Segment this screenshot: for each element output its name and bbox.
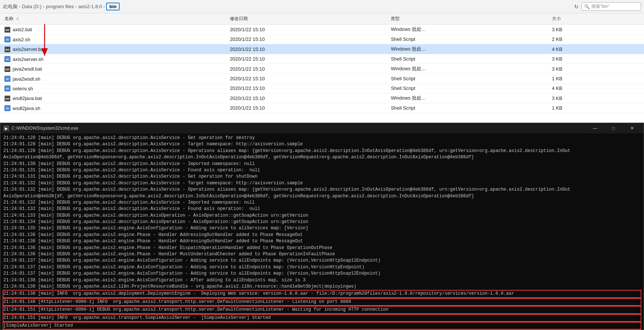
file-size: 1 KB (547, 103, 644, 113)
cmd-line: 21:24:01.137 [main] DEBUG org.apache.axi… (3, 264, 641, 271)
file-date: 2020/1/22 15:10 (225, 74, 387, 84)
file-name: sh setenv.sh (0, 84, 225, 93)
file-date: 2020/1/22 15:10 (225, 54, 387, 64)
cmd-titlebar: ▶ C:\WINDOWS\system32\cmd.exe — □ ✕ (0, 123, 644, 133)
sh-icon: sh (4, 105, 10, 111)
table-row[interactable]: sh wsdl2java.sh 2020/1/22 15:10 Shell Sc… (0, 103, 644, 113)
file-icon-name: sh java2wsdl.sh (4, 76, 40, 82)
file-name: bat wsdl2java.bat (0, 93, 225, 103)
cmd-highlighted-line: 21:24:01.148 [HttpListener-8080-1] INFO … (3, 298, 641, 306)
sort-icon: ∧ (16, 16, 19, 21)
bat-icon: bat (4, 46, 10, 52)
table-row[interactable]: bat axis2server.bat 2020/1/22 15:10 Wind… (0, 44, 644, 54)
file-size: 3 KB (547, 54, 644, 64)
file-date: 2020/1/22 15:10 (225, 84, 387, 93)
table-row[interactable]: bat axis2.bat 2020/1/22 15:10 Windows 批处… (0, 25, 644, 35)
breadcrumb-bin[interactable]: bin (106, 3, 120, 10)
cmd-window-icon: ▶ (3, 125, 9, 131)
table-row[interactable]: sh axis2server.sh 2020/1/22 15:10 Shell … (0, 54, 644, 64)
file-name: bat axis2server.bat (0, 44, 225, 54)
file-icon-name: sh axis2.sh (4, 36, 30, 42)
file-size: 3 KB (547, 25, 644, 35)
table-row[interactable]: sh setenv.sh 2020/1/22 15:10 Shell Scrip… (0, 84, 644, 93)
breadcrumb-sep3: › (75, 4, 77, 9)
file-date: 2020/1/22 15:10 (225, 93, 387, 103)
maximize-button[interactable]: □ (605, 123, 622, 133)
cmd-line: 21:24:01.136 [main] DEBUG org.apache.axi… (3, 232, 641, 238)
file-size: 1 KB (547, 74, 644, 84)
file-type: Shell Script (386, 54, 547, 64)
table-row[interactable]: sh axis2.sh 2020/1/22 15:10 Shell Script… (0, 35, 644, 44)
close-button[interactable]: ✕ (624, 123, 641, 133)
table-row[interactable]: bat java2wsdl.bat 2020/1/22 15:10 Window… (0, 64, 644, 74)
cmd-line: 21:24:01.128 [main] DEBUG org.apache.axi… (3, 141, 641, 148)
cmd-line: 21:24:01.131 [main] DEBUG org.apache.axi… (3, 167, 641, 174)
col-name[interactable]: 名称 ∧ (0, 13, 225, 25)
file-size: 3 KB (547, 64, 644, 74)
cmd-line: 21:24:01.132 [main] DEBUG org.apache.axi… (3, 180, 641, 187)
file-date: 2020/1/22 15:10 (225, 25, 387, 35)
file-name: sh java2wsdl.sh (0, 74, 225, 84)
cmd-line: 21:24:01.136 [main] DEBUG org.apache.axi… (3, 245, 641, 251)
table-header-row: 名称 ∧ 修改日期 类型 大小 (0, 13, 644, 25)
file-size: 2 KB (547, 35, 644, 44)
col-size[interactable]: 大小 (547, 13, 644, 25)
file-type: Shell Script (386, 74, 547, 84)
cmd-line: 21:24:01.137 [main] DEBUG org.apache.axi… (3, 258, 641, 264)
breadcrumb-sep1: › (19, 4, 20, 9)
bat-icon: bat (4, 96, 10, 101)
cmd-line: 21:24:01.132 [main] DEBUG org.apache.axi… (3, 200, 641, 206)
search-placeholder: 搜索"bin" (591, 3, 609, 10)
cmd-line: 21:24:01.138 [main] DEBUG org.apache.axi… (3, 277, 641, 284)
col-type[interactable]: 类型 (386, 13, 547, 25)
cmd-output: 21:24:01.128 [main] DEBUG org.apache.axi… (0, 133, 644, 330)
file-size: 4 KB (547, 44, 644, 54)
cmd-highlighted-line: 21:24:01.151 [main] INFO org.apache.axis… (3, 314, 641, 322)
cmd-line: 21:24:01.135 [main] DEBUG org.apache.axi… (3, 225, 641, 232)
sh-icon: sh (4, 76, 10, 82)
file-type: Shell Script (386, 35, 547, 44)
file-type: Windows 批处... (386, 44, 547, 54)
file-icon-name: sh wsdl2java.sh (4, 105, 40, 111)
breadcrumb-axis2: axis2-1.8.0 (78, 4, 102, 9)
file-explorer: 此电脑 › Data (D:) › program files › axis2-… (0, 0, 644, 126)
breadcrumb: 此电脑 › Data (D:) › program files › axis2-… (3, 3, 120, 10)
cmd-window-title: C:\WINDOWS\system32\cmd.exe (12, 126, 584, 131)
sh-icon: sh (4, 36, 10, 42)
cmd-line: 21:24:01.136 [main] DEBUG org.apache.axi… (3, 238, 641, 245)
breadcrumb-sep4: › (103, 4, 105, 9)
search-box[interactable]: 🔍 搜索"bin" (582, 2, 641, 11)
cmd-line: 21:24:01.130 [main] DEBUG org.apache.axi… (3, 161, 641, 167)
bat-icon: bat (4, 66, 10, 72)
breadcrumb-programfiles: program files (46, 4, 74, 9)
sh-icon: sh (4, 56, 10, 62)
search-icon: 🔍 (584, 4, 590, 9)
table-row[interactable]: bat wsdl2java.bat 2020/1/22 15:10 Window… (0, 93, 644, 103)
breadcrumb-sep2: › (43, 4, 45, 9)
cmd-line: 21:24:01.137 [main] DEBUG org.apache.axi… (3, 271, 641, 277)
file-date: 2020/1/22 15:10 (225, 103, 387, 113)
cmd-line: 21:24:01.138 [main] DEBUG org.apache.axi… (3, 284, 641, 290)
file-table: 名称 ∧ 修改日期 类型 大小 bat axis2.bat 2020/1/22 … (0, 13, 644, 113)
breadcrumb-pc: 此电脑 (3, 3, 17, 10)
cmd-line: 21:24:01.136 [main] DEBUG org.apache.axi… (3, 251, 641, 258)
file-icon-name: bat axis2server.bat (4, 46, 45, 52)
file-type: Windows 批处... (386, 64, 547, 74)
table-row[interactable]: sh java2wsdl.sh 2020/1/22 15:10 Shell Sc… (0, 74, 644, 84)
sh-icon: sh (4, 85, 10, 91)
file-icon-name: bat axis2.bat (4, 27, 32, 33)
cmd-line: AxisOperation@4eb386df, getVersionRespon… (3, 154, 641, 161)
cmd-highlighted-line: 21:24:01.138 [main] INFO org.apache.axis… (3, 290, 641, 298)
file-name: sh wsdl2java.sh (0, 103, 225, 113)
cmd-line: AxisOperation@4eb38{df, getVersionRespon… (3, 193, 641, 200)
file-date: 2020/1/22 15:10 (225, 35, 387, 44)
file-type: Shell Script (386, 103, 547, 113)
minimize-button[interactable]: — (586, 123, 604, 133)
file-icon-name: bat wsdl2java.bat (4, 96, 42, 101)
cmd-window-controls: — □ ✕ (586, 123, 641, 133)
refresh-icon[interactable]: ↻ (574, 4, 579, 10)
col-date[interactable]: 修改日期 (225, 13, 387, 25)
breadcrumb-data: Data (D:) (22, 4, 42, 9)
cmd-line: 21:24:01.132 [main] DEBUG org.apache.axi… (3, 187, 641, 193)
file-size: 4 KB (547, 84, 644, 93)
